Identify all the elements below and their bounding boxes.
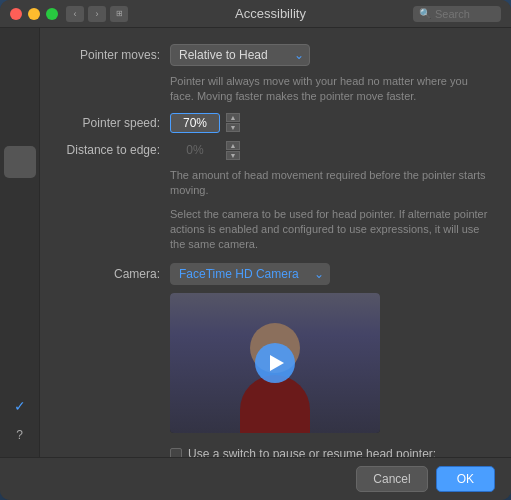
sidebar-item-2[interactable] [4, 74, 36, 106]
cancel-button[interactable]: Cancel [356, 466, 427, 492]
pointer-moves-control: Relative to Head [170, 44, 491, 66]
sidebar-item-5[interactable] [4, 182, 36, 214]
pointer-moves-row: Pointer moves: Relative to Head [60, 44, 491, 66]
search-input[interactable] [435, 8, 495, 20]
pointer-speed-label: Pointer speed: [60, 116, 170, 130]
pointer-moves-select-wrapper: Relative to Head [170, 44, 310, 66]
content-area: Pointer moves: Relative to Head Pointer … [40, 28, 511, 457]
window-title: Accessibility [128, 6, 413, 21]
ok-button[interactable]: OK [436, 466, 495, 492]
grid-button[interactable]: ⊞ [110, 6, 128, 22]
sidebar: ✓ ? [0, 28, 40, 457]
pointer-moves-description: Pointer will always move with your head … [170, 74, 491, 105]
close-button[interactable] [10, 8, 22, 20]
main-content: ✓ ? Pointer moves: Relative to Head Poin… [0, 28, 511, 457]
pointer-speed-input[interactable] [170, 113, 220, 133]
search-box[interactable]: 🔍 [413, 6, 501, 22]
camera-description: Select the camera to be used for head po… [170, 207, 491, 253]
distance-stepper-up[interactable]: ▲ [226, 141, 240, 150]
minimize-button[interactable] [28, 8, 40, 20]
distance-row: Distance to edge: ▲ ▼ [60, 141, 491, 160]
distance-input[interactable] [170, 141, 220, 159]
stepper-up[interactable]: ▲ [226, 113, 240, 122]
video-preview [170, 293, 380, 433]
person-body [240, 375, 310, 433]
pointer-speed-control: ▲ ▼ [170, 113, 491, 133]
question-icon: ? [16, 428, 23, 442]
camera-row: Camera: FaceTime HD Camera [60, 263, 491, 285]
pointer-speed-row: Pointer speed: ▲ ▼ [60, 113, 491, 133]
camera-label: Camera: [60, 267, 170, 281]
camera-select[interactable]: FaceTime HD Camera [170, 263, 330, 285]
window: ‹ › ⊞ Accessibility 🔍 ✓ ? Pointer moves: [0, 0, 511, 500]
switch-checkbox[interactable] [170, 448, 182, 457]
distance-description: The amount of head movement required bef… [170, 168, 491, 199]
distance-stepper: ▲ ▼ [226, 141, 240, 160]
sidebar-item-1[interactable] [4, 38, 36, 70]
titlebar: ‹ › ⊞ Accessibility 🔍 [0, 0, 511, 28]
distance-stepper-down[interactable]: ▼ [226, 151, 240, 160]
sidebar-item-3[interactable] [4, 110, 36, 142]
switch-checkbox-label: Use a switch to pause or resume head poi… [188, 447, 436, 457]
play-icon [270, 355, 284, 371]
footer: Cancel OK [0, 457, 511, 500]
search-icon: 🔍 [419, 8, 431, 19]
pointer-speed-stepper: ▲ ▼ [226, 113, 240, 132]
switch-checkbox-row: Use a switch to pause or resume head poi… [170, 447, 491, 457]
pointer-moves-label: Pointer moves: [60, 48, 170, 62]
camera-control: FaceTime HD Camera [170, 263, 491, 285]
stepper-down[interactable]: ▼ [226, 123, 240, 132]
forward-button[interactable]: › [88, 6, 106, 22]
check-icon: ✓ [14, 398, 26, 414]
camera-select-wrapper: FaceTime HD Camera [170, 263, 330, 285]
traffic-lights [10, 8, 58, 20]
play-button[interactable] [255, 343, 295, 383]
pointer-moves-select[interactable]: Relative to Head [170, 44, 310, 66]
sidebar-item-4[interactable] [4, 146, 36, 178]
titlebar-nav: ‹ › ⊞ [66, 6, 128, 22]
distance-control: ▲ ▼ [170, 141, 491, 160]
maximize-button[interactable] [46, 8, 58, 20]
back-button[interactable]: ‹ [66, 6, 84, 22]
distance-label: Distance to edge: [60, 143, 170, 157]
